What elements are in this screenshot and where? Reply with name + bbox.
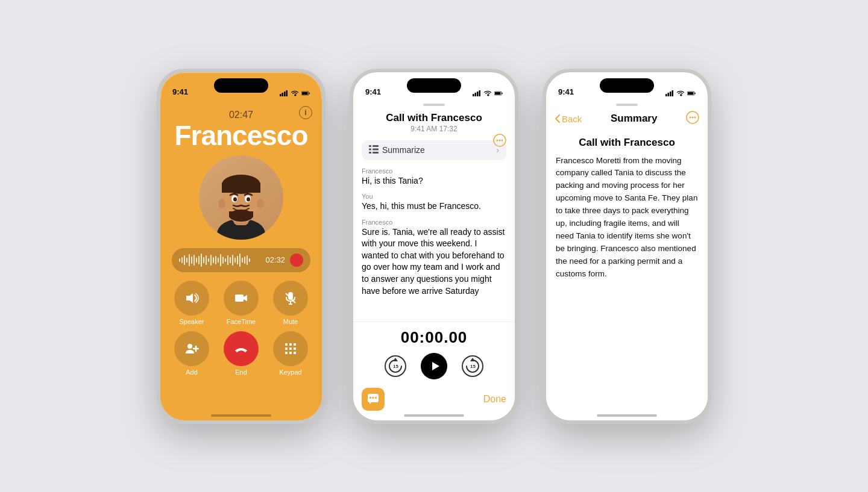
signal-icon bbox=[280, 90, 288, 96]
svg-rect-43 bbox=[502, 92, 502, 94]
svg-rect-1 bbox=[282, 93, 284, 96]
summary-content: Back Summary Call with Francesco Frances… bbox=[546, 99, 708, 420]
play-button[interactable] bbox=[421, 353, 447, 379]
svg-rect-62 bbox=[373, 397, 374, 399]
chat-icon-button[interactable] bbox=[362, 388, 385, 411]
speaker-label: Speaker bbox=[180, 318, 204, 325]
summarize-inner: Summarize bbox=[369, 145, 425, 155]
svg-rect-61 bbox=[370, 397, 371, 399]
waveform-bar: 02:32 bbox=[172, 248, 310, 272]
call-btn-facetime[interactable]: FaceTime bbox=[219, 281, 263, 325]
dynamic-island-2 bbox=[407, 78, 461, 93]
svg-rect-41 bbox=[479, 90, 481, 96]
call-btn-mute[interactable]: Mute bbox=[269, 281, 312, 325]
mute-icon bbox=[283, 291, 298, 305]
status-icons-1 bbox=[280, 90, 310, 96]
recording-time: 02:32 bbox=[265, 255, 285, 264]
chat-messages: Francesco Hi, is this Tania? You Yes, hi… bbox=[353, 164, 515, 322]
phone-summary: 9:41 bbox=[542, 69, 711, 424]
svg-text:15: 15 bbox=[393, 364, 398, 369]
svg-point-10 bbox=[218, 199, 225, 208]
home-indicator-2 bbox=[404, 414, 464, 417]
svg-rect-64 bbox=[665, 94, 667, 96]
svg-rect-36 bbox=[289, 352, 292, 354]
caller-name: Francesco bbox=[174, 122, 307, 149]
svg-point-73 bbox=[692, 116, 694, 118]
skip-forward-button[interactable]: 15 bbox=[462, 355, 483, 377]
wifi-icon-2 bbox=[483, 90, 492, 96]
svg-rect-6 bbox=[302, 92, 308, 95]
svg-rect-52 bbox=[373, 148, 379, 150]
keypad-label: Keypad bbox=[279, 369, 301, 376]
svg-point-74 bbox=[694, 116, 696, 118]
skip-back-button[interactable]: 15 bbox=[385, 355, 406, 377]
end-label: End bbox=[235, 369, 247, 376]
done-button[interactable]: Done bbox=[483, 394, 506, 405]
transcript-subtitle: 9:41 AM 17:32 bbox=[363, 125, 505, 133]
svg-rect-0 bbox=[280, 94, 281, 96]
svg-point-47 bbox=[499, 139, 501, 141]
summary-nav: Back Summary bbox=[546, 108, 708, 132]
call-btn-add[interactable]: Add bbox=[170, 331, 213, 376]
svg-rect-5 bbox=[309, 92, 309, 94]
chat-bubble-icon bbox=[367, 393, 379, 405]
playback-timer: 00:00.00 bbox=[362, 328, 506, 347]
more-button-summary[interactable] bbox=[686, 111, 699, 127]
message-1: Francesco Hi, is this Tania? bbox=[362, 167, 506, 187]
svg-marker-58 bbox=[470, 358, 475, 361]
call-btn-end[interactable]: End bbox=[219, 331, 263, 376]
svg-marker-57 bbox=[432, 362, 439, 370]
speaker-2: You bbox=[362, 193, 506, 200]
svg-point-72 bbox=[690, 116, 691, 118]
svg-rect-3 bbox=[286, 90, 288, 96]
summarize-pill[interactable]: Summarize › bbox=[362, 140, 506, 160]
svg-rect-21 bbox=[235, 294, 244, 302]
svg-rect-35 bbox=[285, 352, 288, 354]
summary-nav-title: Summary bbox=[611, 113, 657, 125]
play-icon bbox=[430, 361, 441, 372]
status-icons-2 bbox=[473, 90, 503, 96]
add-person-icon bbox=[184, 341, 199, 356]
home-indicator-1 bbox=[211, 414, 271, 417]
svg-rect-44 bbox=[495, 92, 501, 95]
svg-rect-40 bbox=[477, 92, 479, 96]
svg-point-19 bbox=[247, 197, 250, 201]
svg-text:15: 15 bbox=[470, 364, 476, 369]
message-text-2: Yes, hi, this must be Francesco. bbox=[362, 201, 506, 213]
summary-body: Call with Francesco Francesco Moretti fr… bbox=[546, 132, 708, 420]
svg-rect-70 bbox=[688, 92, 694, 95]
svg-point-48 bbox=[502, 139, 503, 141]
waveform-visual bbox=[179, 254, 262, 267]
svg-rect-69 bbox=[694, 92, 695, 94]
chevron-left-icon bbox=[555, 114, 561, 123]
dynamic-island-3 bbox=[600, 78, 654, 93]
svg-rect-53 bbox=[369, 152, 371, 154]
call-timer: 02:47 bbox=[229, 110, 253, 120]
back-button[interactable]: Back bbox=[555, 114, 582, 124]
add-label: Add bbox=[186, 369, 198, 376]
svg-rect-66 bbox=[670, 92, 671, 96]
status-time-1: 9:41 bbox=[172, 87, 188, 96]
battery-icon-3 bbox=[687, 90, 696, 96]
message-3: Francesco Sure is. Tania, we're all read… bbox=[362, 219, 506, 297]
transcript-header: Call with Francesco 9:41 AM 17:32 bbox=[353, 108, 515, 137]
home-indicator-3 bbox=[597, 414, 657, 417]
speaker-icon bbox=[184, 291, 199, 305]
svg-rect-63 bbox=[375, 397, 377, 399]
transcript-content: Call with Francesco 9:41 AM 17:32 bbox=[353, 99, 515, 420]
speaker-3: Francesco bbox=[362, 219, 506, 226]
svg-point-11 bbox=[257, 199, 264, 208]
more-button-transcript[interactable] bbox=[493, 134, 506, 150]
info-icon[interactable]: i bbox=[299, 106, 312, 119]
record-button[interactable] bbox=[290, 254, 303, 267]
caller-avatar bbox=[199, 155, 283, 240]
summarize-icon bbox=[369, 145, 379, 155]
signal-icon-3 bbox=[665, 90, 674, 96]
svg-rect-2 bbox=[284, 92, 286, 96]
status-icons-3 bbox=[665, 90, 696, 96]
call-btn-speaker[interactable]: Speaker bbox=[170, 281, 213, 325]
svg-rect-15 bbox=[229, 211, 253, 217]
call-btn-keypad[interactable]: Keypad bbox=[269, 331, 312, 376]
svg-rect-49 bbox=[369, 145, 371, 147]
wifi-icon bbox=[291, 90, 299, 96]
